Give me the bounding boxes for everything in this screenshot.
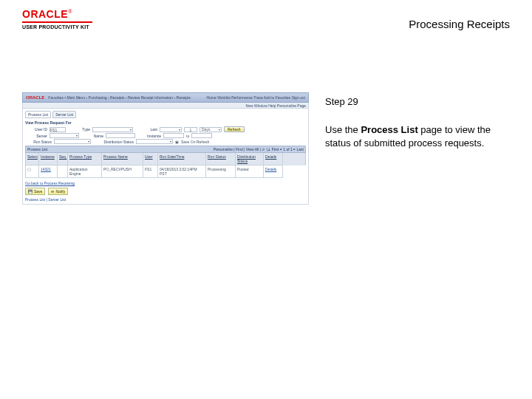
grid-tools[interactable]: Personalize | Find | View All | ⛭ | ⤓ Fi… [214,147,304,151]
last-label: Last [135,127,157,132]
save-refresh-label: Save On Refresh [181,140,209,144]
window-links: New Window Help Personalize Page [22,103,309,109]
name-label: Name [81,134,103,138]
dist-status-label: Distribution Status [93,140,134,144]
save-refresh-checkbox[interactable]: ▣ [175,140,179,144]
instance-from-input[interactable] [163,133,184,138]
unit-select[interactable]: Days [200,127,222,132]
tab-server-list[interactable]: Server List [52,111,76,118]
go-back-link[interactable]: Go back to Process Receiving [25,181,306,185]
section-header: View Process Request For [25,120,306,125]
app-topbar: ORACLE Favorites • Main Menu › Purchasin… [22,92,309,103]
instance-label: Instance [137,134,161,138]
instance-to-input[interactable] [191,133,212,138]
details-link[interactable]: Details [264,166,283,178]
row-select-checkbox[interactable]: ▢ [26,166,39,178]
last-select[interactable] [160,127,182,132]
app-screenshot: ORACLE Favorites • Main Menu › Purchasin… [22,92,309,205]
page-title: Processing Receipts [409,18,510,30]
last-count-input[interactable]: 1 [184,127,197,132]
user-id-label: User ID [25,127,47,132]
instance-link[interactable]: 14321 [39,166,58,178]
grid-header-row: Select Instance Seq. Process Type Proces… [25,153,306,166]
name-input[interactable] [106,133,135,138]
brand-sub: USER PRODUCTIVITY KIT [22,24,92,30]
table-row: ▢ 14321 Application Engine PO_RECVPUSH F… [25,166,306,178]
oracle-logo: ORACLE® USER PRODUCTIVITY KIT [22,7,92,30]
dist-status-select[interactable] [136,139,173,144]
refresh-button[interactable]: Refresh [224,126,245,132]
footer-tab-links[interactable]: Process List | Server List [25,197,306,202]
server-select[interactable] [50,133,79,138]
notify-button[interactable]: ✉ Notify [48,188,68,195]
tab-process-list[interactable]: Process List [25,111,51,118]
type-label: Type [68,127,90,132]
save-button[interactable]: 💾 Save [25,188,45,195]
step-description: Use the Process List page to view the st… [325,123,510,149]
breadcrumb: Favorites • Main Menu › Purchasing › Rec… [48,95,191,100]
app-logo: ORACLE [26,95,44,100]
run-status-label: Run Status [25,140,52,144]
top-links: Home Worklist Performance Trace Add to F… [206,95,305,100]
server-label: Server [25,134,47,138]
brand-text: ORACLE [22,8,68,20]
type-select[interactable] [92,127,133,132]
run-status-select[interactable] [54,139,91,144]
user-id-input[interactable]: FS1 [50,127,66,132]
to-label: to [186,134,189,138]
step-label: Step 29 [325,96,510,107]
grid-title: Process List [27,147,47,151]
